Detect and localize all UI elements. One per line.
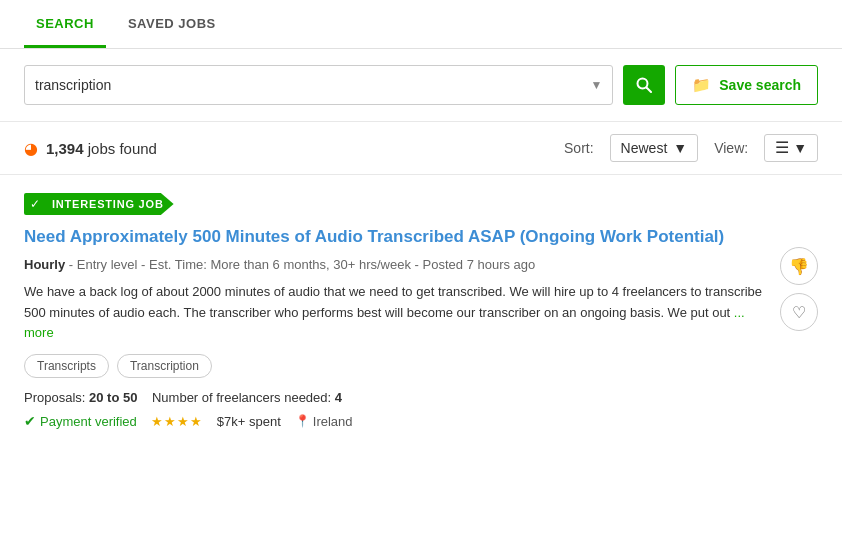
search-icon: [636, 77, 652, 93]
save-search-label: Save search: [719, 77, 801, 93]
job-description: We have a back log of about 2000 minutes…: [24, 282, 764, 344]
results-controls: Sort: Newest ▼ View: ☰ ▼: [564, 134, 818, 162]
job-actions: 👎 ♡: [780, 247, 818, 331]
tab-saved-jobs[interactable]: Saved Jobs: [116, 0, 228, 48]
payment-verified-label: Payment verified: [40, 414, 137, 429]
badge-check-icon: ✓: [24, 193, 46, 215]
location-name: Ireland: [313, 414, 353, 429]
verified-icon: ✔: [24, 413, 36, 429]
search-input-wrapper: ▼: [24, 65, 613, 105]
results-bar: ◕ 1,394 jobs found Sort: Newest ▼ View: …: [0, 122, 842, 175]
rating-stars: ★★★★: [151, 414, 203, 429]
badge-label: INTERESTING JOB: [46, 193, 174, 215]
view-arrow: ▼: [793, 140, 807, 156]
save-search-button[interactable]: 📁 Save search: [675, 65, 818, 105]
search-dropdown-arrow[interactable]: ▼: [590, 78, 602, 92]
search-row: ▼ 📁 Save search: [0, 49, 842, 122]
proposals-value: 20 to 50: [89, 390, 137, 405]
jobs-count: 1,394 jobs found: [46, 140, 157, 157]
job-tags: Transcripts Transcription: [24, 354, 764, 378]
job-type: Hourly: [24, 257, 65, 272]
tag-transcripts[interactable]: Transcripts: [24, 354, 109, 378]
heart-icon: ♡: [792, 303, 806, 322]
job-content: Need Approximately 500 Minutes of Audio …: [24, 225, 764, 445]
tab-search[interactable]: Search: [24, 0, 106, 48]
job-footer: ✔ Payment verified ★★★★ $7k+ spent 📍 Ire…: [24, 413, 764, 445]
folder-icon: 📁: [692, 76, 711, 94]
job-posted: Posted 7 hours ago: [423, 257, 536, 272]
job-location: 📍 Ireland: [295, 414, 353, 429]
svg-line-1: [647, 88, 652, 93]
search-input[interactable]: [35, 77, 590, 93]
job-proposals: Proposals: 20 to 50 Number of freelancer…: [24, 390, 764, 405]
sort-dropdown[interactable]: Newest ▼: [610, 134, 699, 162]
interesting-job-badge: ✓ INTERESTING JOB: [24, 193, 174, 215]
job-card: Need Approximately 500 Minutes of Audio …: [24, 225, 818, 445]
location-icon: 📍: [295, 414, 310, 428]
save-job-button[interactable]: ♡: [780, 293, 818, 331]
job-level: Entry level: [77, 257, 138, 272]
freelancers-label: Number of freelancers needed:: [152, 390, 331, 405]
tag-transcription[interactable]: Transcription: [117, 354, 212, 378]
view-dropdown[interactable]: ☰ ▼: [764, 134, 818, 162]
rss-icon: ◕: [24, 139, 38, 158]
top-nav: Search Saved Jobs: [0, 0, 842, 49]
job-title[interactable]: Need Approximately 500 Minutes of Audio …: [24, 225, 764, 249]
thumbs-down-icon: 👎: [789, 257, 809, 276]
freelancers-value: 4: [335, 390, 342, 405]
dislike-button[interactable]: 👎: [780, 247, 818, 285]
sort-arrow: ▼: [673, 140, 687, 156]
proposals-label: Proposals:: [24, 390, 85, 405]
job-est-time: Est. Time: More than 6 months, 30+ hrs/w…: [149, 257, 411, 272]
amount-spent: $7k+ spent: [217, 414, 281, 429]
search-button[interactable]: [623, 65, 665, 105]
view-label: View:: [714, 140, 748, 156]
view-icon: ☰: [775, 140, 789, 156]
jobs-section: ✓ INTERESTING JOB Need Approximately 500…: [0, 175, 842, 445]
payment-verified: ✔ Payment verified: [24, 413, 137, 429]
job-description-text: We have a back log of about 2000 minutes…: [24, 284, 762, 320]
sort-label: Sort:: [564, 140, 594, 156]
sort-value: Newest: [621, 140, 668, 156]
job-meta: Hourly - Entry level - Est. Time: More t…: [24, 257, 764, 272]
